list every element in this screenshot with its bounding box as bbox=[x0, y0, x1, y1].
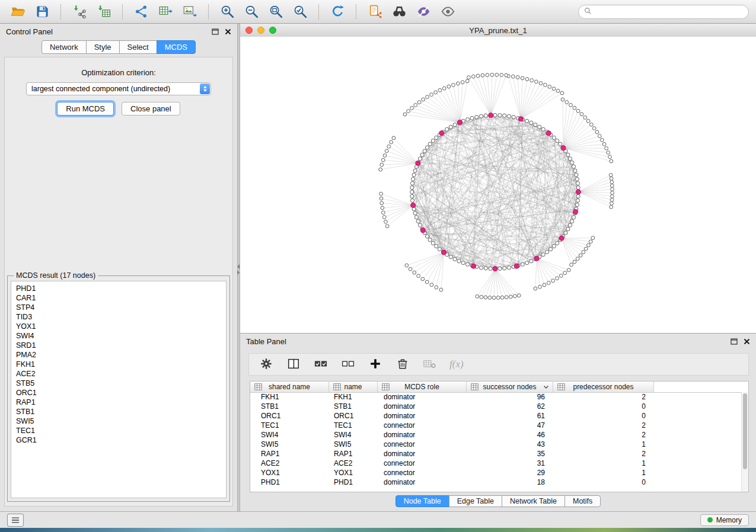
tab-network[interactable]: Network bbox=[42, 40, 87, 54]
column-header-shared-name[interactable]: shared name bbox=[250, 382, 329, 392]
table-cell: SWI4 bbox=[329, 431, 378, 439]
dropdown-stepper-icon bbox=[200, 84, 210, 94]
result-node-item[interactable]: SWI4 bbox=[16, 331, 226, 341]
table-cell: ORC1 bbox=[329, 412, 378, 420]
result-node-item[interactable]: TID3 bbox=[16, 312, 226, 322]
table-row[interactable]: PHD1PHD1dominator180 bbox=[250, 477, 741, 487]
birds-eye-button[interactable] bbox=[437, 3, 458, 21]
tab-motifs[interactable]: Motifs bbox=[564, 495, 601, 507]
network-window-titlebar[interactable]: YPA_prune.txt_1 bbox=[240, 24, 756, 37]
criterion-dropdown[interactable]: largest connected component (undirected) bbox=[26, 82, 211, 95]
table-cell: 1 bbox=[553, 459, 654, 467]
table-cell: PHD1 bbox=[329, 478, 378, 486]
import-network-button[interactable] bbox=[69, 3, 90, 21]
export-image-button[interactable] bbox=[179, 3, 200, 21]
table-row[interactable]: YOX1YOX1connector291 bbox=[250, 468, 741, 477]
result-node-item[interactable]: SWI5 bbox=[16, 416, 226, 426]
column-table-icon bbox=[471, 383, 479, 390]
result-node-item[interactable]: CAR1 bbox=[16, 293, 226, 303]
zoom-fit-button[interactable] bbox=[265, 3, 286, 21]
node-table: shared namenameMCDS rolesuccessor nodesp… bbox=[250, 381, 749, 492]
toolbar-separator bbox=[356, 4, 356, 20]
result-node-item[interactable]: PHD1 bbox=[16, 284, 226, 293]
refresh-button[interactable] bbox=[327, 3, 348, 21]
save-icon bbox=[36, 5, 49, 18]
result-node-item[interactable]: ACE2 bbox=[16, 369, 226, 379]
table-row[interactable]: ACE2ACE2connector311 bbox=[250, 459, 741, 468]
result-node-item[interactable]: PMA2 bbox=[16, 350, 226, 360]
search-field[interactable] bbox=[578, 5, 749, 19]
export-table-button[interactable] bbox=[155, 3, 176, 21]
column-header-name[interactable]: name bbox=[329, 382, 378, 392]
menu-icon[interactable] bbox=[7, 514, 24, 527]
run-mcds-button[interactable]: Run MCDS bbox=[57, 102, 114, 116]
network-canvas[interactable] bbox=[240, 37, 756, 333]
result-node-item[interactable]: GCR1 bbox=[16, 435, 226, 445]
column-header-MCDS-role[interactable]: MCDS role bbox=[378, 382, 467, 392]
table-cell: 29 bbox=[467, 469, 553, 477]
table-cell: PHD1 bbox=[250, 478, 329, 486]
table-row[interactable]: RAP1RAP1dominator352 bbox=[250, 449, 741, 459]
table-row[interactable]: SWI5SWI5connector431 bbox=[250, 440, 741, 449]
table-row[interactable]: FKH1FKH1dominator962 bbox=[250, 392, 741, 402]
delete-button[interactable] bbox=[395, 357, 410, 372]
function-icon[interactable]: f(x) bbox=[449, 358, 464, 370]
graphics-details-button[interactable] bbox=[413, 3, 434, 21]
open-folder-button[interactable] bbox=[7, 3, 28, 21]
save-button[interactable] bbox=[31, 3, 53, 21]
tab-style[interactable]: Style bbox=[86, 40, 120, 54]
table-cell: ACE2 bbox=[250, 459, 329, 467]
result-node-item[interactable]: FKH1 bbox=[16, 360, 226, 369]
column-panel-button[interactable] bbox=[286, 357, 301, 372]
result-node-item[interactable]: YOX1 bbox=[16, 322, 226, 331]
add-button[interactable] bbox=[368, 357, 383, 372]
import-table-button[interactable] bbox=[93, 3, 114, 21]
gear-button[interactable] bbox=[259, 357, 274, 372]
table-row[interactable]: ORC1ORC1dominator610 bbox=[250, 411, 741, 421]
table-cell: 1 bbox=[553, 440, 654, 448]
result-node-item[interactable]: STP4 bbox=[16, 303, 226, 312]
column-header-successor-nodes[interactable]: successor nodes bbox=[467, 382, 553, 392]
result-node-item[interactable]: STB1 bbox=[16, 407, 226, 416]
result-node-item[interactable]: ORC1 bbox=[16, 388, 226, 398]
result-node-item[interactable]: STB5 bbox=[16, 379, 226, 388]
graphics-details-icon bbox=[416, 4, 431, 19]
table-row[interactable]: TEC1TEC1connector472 bbox=[250, 421, 741, 430]
table-row[interactable]: SWI4SWI4dominator462 bbox=[250, 430, 741, 440]
mcds-result-list[interactable]: PHD1CAR1STP4TID3YOX1SWI4SRD1PMA2FKH1ACE2… bbox=[11, 281, 227, 498]
tab-select[interactable]: Select bbox=[119, 40, 157, 54]
close-table-panel-icon[interactable] bbox=[744, 338, 750, 345]
toolbar-separator bbox=[208, 4, 209, 20]
float-table-panel-icon[interactable] bbox=[731, 338, 738, 345]
scrollbar-thumb[interactable] bbox=[743, 393, 747, 469]
control-panel-tabs: NetworkStyleSelectMCDS bbox=[0, 40, 237, 54]
zoom-selected-button[interactable] bbox=[289, 3, 311, 21]
table-cell: RAP1 bbox=[329, 450, 378, 458]
table-cell: SWI4 bbox=[250, 431, 329, 439]
export-network-button[interactable] bbox=[130, 3, 152, 21]
sort-chevron-icon[interactable] bbox=[543, 385, 549, 389]
memory-button[interactable]: Memory bbox=[700, 514, 749, 526]
import-network-icon bbox=[72, 4, 87, 19]
binoculars-button[interactable] bbox=[388, 3, 410, 21]
float-panel-icon[interactable] bbox=[212, 28, 219, 35]
copy-document-button[interactable] bbox=[364, 3, 385, 21]
tab-edge-table[interactable]: Edge Table bbox=[449, 495, 502, 507]
result-node-item[interactable]: TEC1 bbox=[16, 426, 226, 435]
close-panel-icon[interactable] bbox=[225, 28, 231, 35]
zoom-in-button[interactable] bbox=[216, 3, 238, 21]
deselect-all-button[interactable] bbox=[340, 357, 356, 372]
table-row[interactable]: STB1STB1dominator620 bbox=[250, 402, 741, 411]
column-header-predecessor-nodes[interactable]: predecessor nodes bbox=[553, 382, 654, 392]
tab-mcds[interactable]: MCDS bbox=[157, 40, 196, 54]
table-scrollbar[interactable] bbox=[741, 392, 748, 492]
close-panel-button[interactable]: Close panel bbox=[122, 102, 180, 116]
select-all-button[interactable] bbox=[313, 357, 328, 372]
hide-columns-button[interactable] bbox=[422, 357, 438, 372]
result-node-item[interactable]: RAP1 bbox=[16, 398, 226, 407]
result-node-item[interactable]: SRD1 bbox=[16, 341, 226, 350]
search-input[interactable] bbox=[595, 7, 743, 17]
zoom-out-button[interactable] bbox=[241, 3, 262, 21]
tab-node-table[interactable]: Node Table bbox=[395, 495, 449, 507]
tab-network-table[interactable]: Network Table bbox=[502, 495, 565, 507]
